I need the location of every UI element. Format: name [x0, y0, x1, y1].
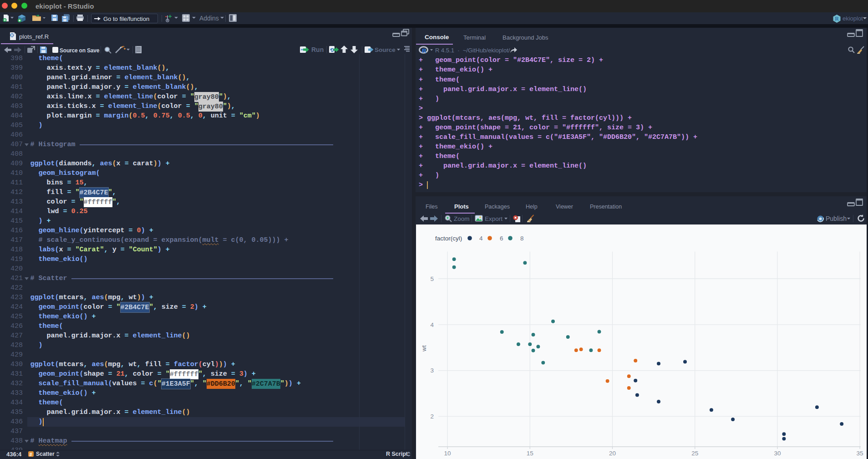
svg-text:R: R — [10, 33, 13, 38]
svg-text:30: 30 — [774, 450, 781, 457]
svg-text:R: R — [835, 15, 839, 22]
svg-text:factor(cyl): factor(cyl) — [435, 235, 462, 242]
svg-text:8: 8 — [520, 235, 524, 242]
svg-text:5: 5 — [430, 275, 434, 282]
svg-text:35: 35 — [857, 450, 863, 457]
svg-text:4: 4 — [479, 235, 483, 242]
svg-text:10: 10 — [444, 450, 451, 457]
svg-text:25: 25 — [691, 450, 698, 457]
svg-text:4: 4 — [430, 321, 434, 328]
svg-text:15: 15 — [527, 450, 533, 457]
svg-text:6: 6 — [500, 235, 503, 242]
svg-text:wt: wt — [421, 345, 427, 352]
svg-text:2: 2 — [430, 413, 434, 420]
svg-text:20: 20 — [609, 450, 616, 457]
svg-text:R: R — [422, 47, 426, 54]
svg-text:3: 3 — [430, 367, 434, 374]
